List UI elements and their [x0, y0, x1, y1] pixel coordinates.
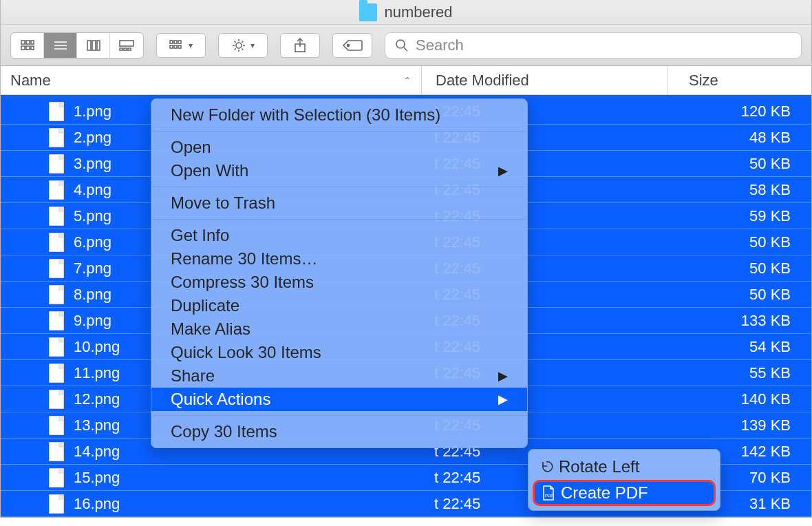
menu-item-quick-look[interactable]: Quick Look 30 Items: [151, 341, 527, 364]
icon-view-button[interactable]: [11, 33, 44, 58]
column-header-date[interactable]: Date Modified: [422, 66, 668, 94]
svg-point-33: [347, 44, 349, 46]
sort-indicator-icon: ⌃: [403, 75, 412, 86]
file-size: 50 KB: [668, 286, 811, 304]
submenu-arrow-icon: ▶: [498, 392, 508, 407]
file-icon: [49, 233, 64, 252]
file-icon: [49, 416, 64, 435]
svg-point-34: [396, 40, 405, 48]
menu-item-rename[interactable]: Rename 30 Items…: [151, 247, 527, 271]
menu-item-move-to-trash[interactable]: Move to Trash: [151, 191, 527, 215]
group-by-button[interactable]: ▾: [156, 33, 206, 58]
file-size: 50 KB: [668, 260, 811, 277]
submenu-item-label: Create PDF: [561, 483, 648, 503]
rotate-left-icon: [538, 459, 555, 475]
submenu-item-label: Rotate Left: [559, 457, 639, 476]
file-name: 2.png: [74, 129, 111, 147]
quick-actions-submenu: Rotate Left PDF Create PDF: [528, 449, 720, 511]
tags-button[interactable]: [332, 33, 372, 58]
column-header-name-label: Name: [10, 72, 51, 90]
chevron-down-icon: ▾: [250, 41, 255, 50]
share-button[interactable]: [280, 33, 320, 58]
menu-item-label: Compress 30 Items: [171, 273, 314, 292]
menu-item-quick-actions[interactable]: Quick Actions▶: [151, 388, 527, 411]
file-icon: [49, 180, 64, 200]
svg-line-27: [235, 41, 236, 42]
file-size: 54 KB: [668, 338, 811, 356]
file-icon: [49, 442, 64, 461]
file-size: 48 KB: [668, 129, 811, 147]
menu-item-share[interactable]: Share▶: [151, 364, 527, 388]
chevron-down-icon: ▾: [189, 41, 193, 50]
menu-item-compress[interactable]: Compress 30 Items: [151, 271, 527, 294]
menu-item-label: Quick Look 30 Items: [171, 343, 321, 362]
svg-line-29: [235, 48, 236, 50]
action-menu-button[interactable]: ▾: [218, 33, 268, 58]
menu-item-label: Get Info: [171, 226, 229, 245]
file-size: 139 KB: [668, 417, 811, 434]
menu-item-label: Quick Actions: [171, 390, 270, 409]
file-icon: [49, 207, 64, 226]
column-header-size[interactable]: Size: [668, 66, 811, 94]
svg-rect-15: [128, 48, 131, 50]
list-view-button[interactable]: [44, 33, 77, 58]
menu-item-get-info[interactable]: Get Info: [151, 224, 527, 247]
file-name: 9.png: [74, 312, 111, 330]
svg-rect-12: [120, 41, 133, 46]
search-field[interactable]: Search: [385, 32, 802, 59]
svg-point-22: [236, 43, 242, 48]
gallery-view-button[interactable]: [110, 33, 143, 58]
file-name: 1.png: [74, 103, 111, 120]
svg-rect-0: [21, 41, 25, 44]
file-size: 50 KB: [668, 233, 811, 251]
svg-rect-20: [174, 45, 177, 48]
menu-item-make-alias[interactable]: Make Alias: [151, 317, 527, 341]
menu-item-new-folder-selection[interactable]: New Folder with Selection (30 Items): [151, 103, 527, 127]
pdf-document-icon: PDF: [540, 485, 557, 501]
column-header-size-label: Size: [689, 72, 718, 90]
submenu-item-rotate-left[interactable]: Rotate Left: [528, 454, 720, 480]
file-name: 10.png: [74, 338, 120, 356]
file-name: 15.png: [74, 469, 120, 487]
column-header-name[interactable]: Name ⌃: [1, 66, 422, 94]
column-header-date-label: Date Modified: [436, 72, 529, 90]
submenu-arrow-icon: ▶: [498, 368, 508, 383]
menu-item-label: Share: [171, 366, 215, 386]
menu-item-label: Open: [171, 138, 211, 157]
column-headers: Name ⌃ Date Modified Size: [1, 66, 811, 95]
file-icon: [49, 154, 64, 173]
file-icon: [49, 259, 64, 278]
file-icon: [49, 337, 64, 357]
menu-item-copy[interactable]: Copy 30 Items: [151, 420, 527, 443]
svg-line-28: [242, 48, 243, 50]
svg-rect-16: [170, 41, 173, 43]
svg-rect-3: [21, 46, 25, 50]
window-title: numbered: [384, 3, 452, 21]
file-size: 59 KB: [668, 207, 811, 225]
file-name: 11.png: [74, 364, 120, 382]
menu-item-open-with[interactable]: Open With▶: [151, 159, 527, 182]
file-icon: [49, 364, 64, 383]
window-titlebar: numbered: [1, 0, 811, 25]
file-size: 50 KB: [668, 155, 811, 173]
submenu-item-create-pdf[interactable]: PDF Create PDF: [533, 480, 716, 506]
file-size: 140 KB: [668, 390, 811, 408]
file-name: 12.png: [74, 390, 120, 408]
menu-item-duplicate[interactable]: Duplicate: [151, 294, 527, 317]
file-icon: [49, 285, 64, 304]
search-icon: [395, 39, 409, 52]
file-icon: [49, 390, 64, 409]
toolbar: ▾ ▾ Search: [1, 25, 811, 66]
svg-rect-9: [87, 41, 91, 50]
menu-item-open[interactable]: Open: [151, 136, 527, 159]
context-menu: New Folder with Selection (30 Items) Ope…: [151, 98, 528, 448]
column-view-button[interactable]: [77, 33, 110, 58]
file-size: 120 KB: [668, 103, 811, 120]
menu-item-label: New Folder with Selection (30 Items): [171, 105, 440, 125]
svg-rect-13: [120, 48, 122, 50]
file-icon: [49, 128, 64, 147]
submenu-arrow-icon: ▶: [498, 163, 508, 178]
file-size: 133 KB: [668, 312, 811, 330]
search-placeholder: Search: [416, 36, 464, 54]
svg-rect-10: [92, 41, 96, 50]
